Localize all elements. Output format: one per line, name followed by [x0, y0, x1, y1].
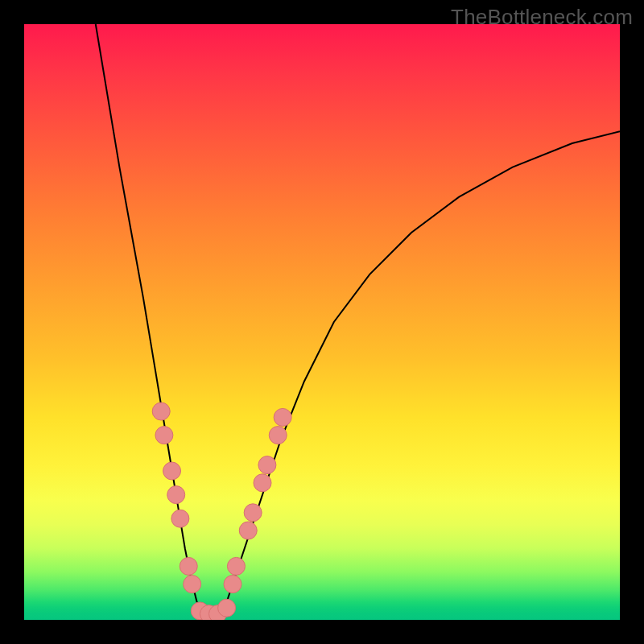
data-marker	[184, 576, 201, 593]
data-marker	[244, 504, 262, 522]
data-marker	[227, 557, 245, 575]
chart-svg	[24, 24, 620, 620]
data-marker	[167, 486, 185, 504]
data-marker	[171, 510, 189, 527]
data-marker	[218, 599, 236, 617]
watermark-text: TheBottleneck.com	[451, 5, 633, 30]
data-marker	[239, 522, 257, 539]
data-marker	[152, 402, 170, 420]
data-marker	[254, 474, 271, 492]
marker-group	[152, 402, 291, 620]
data-marker	[258, 456, 276, 474]
plot-area	[24, 24, 620, 620]
data-marker	[180, 557, 197, 575]
data-marker	[224, 576, 242, 593]
data-marker	[155, 427, 173, 444]
curve-right-branch	[221, 131, 620, 613]
data-marker	[269, 427, 287, 444]
chart-frame: TheBottleneck.com	[0, 0, 644, 644]
data-marker	[274, 408, 291, 426]
curve-left-branch	[96, 24, 203, 614]
data-marker	[163, 462, 181, 480]
